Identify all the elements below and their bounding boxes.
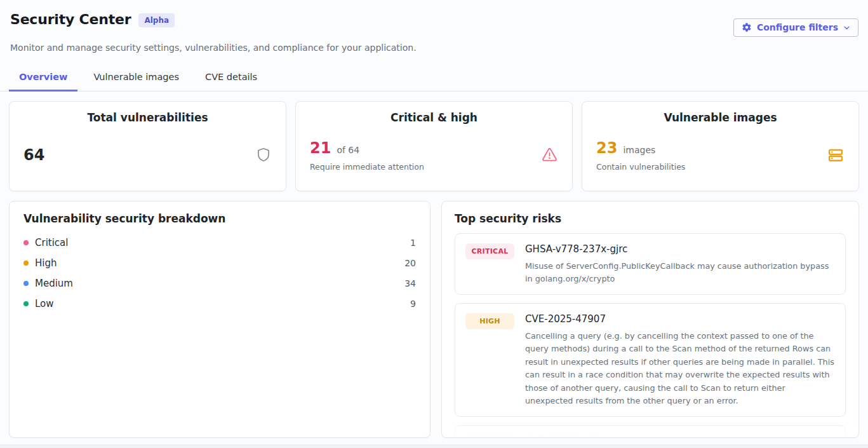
legend-row: Low 9	[23, 294, 416, 314]
legend-label: High	[35, 257, 57, 269]
stat-unit: images	[623, 145, 655, 155]
risk-id: CVE-2025-47907	[525, 312, 835, 326]
legend-row: Critical 1	[23, 233, 416, 253]
alpha-badge: Alpha	[138, 13, 175, 27]
risk-card[interactable]: CRITICAL GHSA-v778-237x-gjrc Misuse of S…	[455, 233, 846, 295]
stat-note: Require immediate attention	[310, 162, 424, 172]
severity-badge: CRITICAL	[465, 243, 514, 259]
stat-title: Total vulnerabilities	[23, 111, 272, 124]
legend-label: Medium	[35, 278, 73, 289]
tab-bar: Overview Vulnerable images CVE details	[0, 65, 868, 92]
risk-description: Misuse of ServerConfig.PublicKeyCallback…	[525, 260, 835, 286]
stat-title: Critical & high	[310, 111, 558, 124]
tab-vulnerable-images[interactable]: Vulnerable images	[83, 65, 189, 92]
severity-dot-icon	[23, 261, 29, 266]
security-center-page: Security Center Alpha Configure filters …	[0, 0, 868, 444]
configure-filters-button[interactable]: Configure filters	[733, 18, 858, 37]
stat-value: 64	[23, 146, 44, 165]
tab-overview[interactable]: Overview	[9, 65, 77, 92]
risk-id: CVE-2025-9086	[525, 434, 835, 438]
page-title: Security Center	[10, 10, 131, 29]
stat-value: 21	[310, 139, 331, 158]
top-security-risks-panel: Top security risks CRITICAL GHSA-v778-23…	[441, 201, 859, 438]
legend-label: Low	[35, 298, 54, 309]
tab-cve-details[interactable]: CVE details	[195, 65, 267, 92]
stat-title: Vulnerable images	[596, 111, 845, 124]
stat-value: 23	[596, 139, 617, 158]
stat-unit: of 64	[337, 145, 359, 155]
vulnerability-breakdown-panel: Vulnerability security breakdown Critica…	[9, 201, 431, 438]
severity-dot-icon	[23, 281, 29, 286]
severity-dot-icon	[23, 240, 29, 245]
legend-value: 1	[410, 238, 416, 248]
gear-icon	[742, 22, 752, 32]
risk-description: Cancelling a query (e.g. by cancelling t…	[525, 330, 835, 408]
legend-value: 34	[404, 278, 416, 288]
risk-id: GHSA-v778-237x-gjrc	[525, 242, 835, 256]
configure-filters-label: Configure filters	[757, 22, 838, 32]
breakdown-title: Vulnerability security breakdown	[23, 212, 416, 225]
risk-card[interactable]: HIGH CVE-2025-47907 Cancelling a query (…	[455, 303, 846, 417]
warning-triangle-icon	[541, 147, 558, 163]
legend-label: Critical	[35, 237, 68, 248]
stat-card-vulnerable-images: Vulnerable images 23 images Contain vuln…	[582, 101, 859, 191]
chevron-down-icon	[843, 24, 850, 31]
server-stack-icon	[827, 146, 845, 164]
shield-icon	[255, 146, 272, 164]
risks-list: CRITICAL GHSA-v778-237x-gjrc Misuse of S…	[455, 233, 846, 438]
risks-title: Top security risks	[455, 212, 846, 225]
page-header: Security Center Alpha Configure filters	[9, 10, 859, 37]
severity-dot-icon	[23, 301, 29, 306]
stat-card-critical-high: Critical & high 21 of 64 Require immedia…	[295, 101, 573, 191]
legend-row: High 20	[23, 253, 416, 273]
severity-badge: HIGH	[465, 313, 514, 329]
legend-value: 9	[410, 299, 416, 309]
legend-value: 20	[404, 258, 416, 268]
stats-row: Total vulnerabilities 64 Critical & high	[9, 101, 859, 191]
risk-card[interactable]: HIGH CVE-2025-9086	[455, 425, 846, 438]
severity-badge: HIGH	[465, 435, 514, 438]
legend-row: Medium 34	[23, 273, 416, 294]
stat-card-total-vulnerabilities: Total vulnerabilities 64	[9, 101, 286, 191]
page-subtitle: Monitor and manage security settings, vu…	[9, 43, 859, 53]
stat-note: Contain vulnerabilities	[596, 162, 685, 172]
panels-row: Vulnerability security breakdown Critica…	[9, 201, 859, 438]
breakdown-legend: Critical 1 High 20 Medium 34 Low 9	[23, 233, 416, 314]
